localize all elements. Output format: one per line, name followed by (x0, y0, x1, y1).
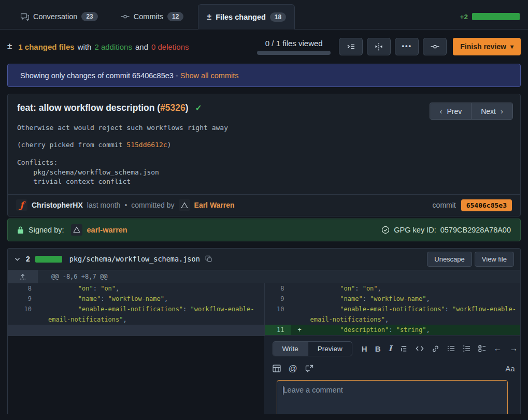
expand-hunk-button[interactable] (8, 270, 38, 283)
diff-line[interactable]: 8 "on": "on", (8, 283, 264, 294)
diff-stat: +2 (460, 4, 520, 29)
diff-line[interactable]: 9 "name": "workflow-name", (8, 294, 264, 304)
line-number: 10 (265, 304, 291, 325)
reference-icon[interactable] (305, 365, 313, 372)
commit-hash-group: commit 65406c85e3 (433, 199, 512, 211)
gpg-key-label: GPG key ID: (394, 226, 436, 234)
table-icon[interactable] (273, 365, 281, 372)
mention-icon[interactable]: @ (289, 364, 297, 374)
view-file-button[interactable]: View file (475, 252, 514, 267)
file-tree-icon (347, 42, 355, 51)
redo-icon[interactable]: → (510, 344, 518, 353)
file-diff-header: 2 pkg/schema/workflow_schema.json Unesca… (8, 249, 520, 270)
diff-line[interactable]: 10 "enable-email-notifications": "workfl… (8, 304, 264, 325)
next-chevron-icon: › (501, 107, 503, 115)
comment-input[interactable] (277, 380, 508, 414)
copy-path-icon[interactable] (205, 255, 212, 263)
write-tab[interactable]: Write (273, 342, 308, 356)
comment-input-wrapper (277, 380, 517, 414)
heading-icon[interactable]: H (362, 344, 367, 353)
tab-files-changed[interactable]: ± Files changed 18 (198, 4, 295, 30)
diff-line[interactable]: 9 "name": "workflow-name", (265, 294, 521, 304)
line-number: 9 (265, 294, 291, 304)
summary-and: and (135, 42, 148, 51)
line-number: 11 (265, 325, 291, 335)
cherry-pick-close: ) (167, 141, 172, 149)
code-icon[interactable] (416, 345, 424, 352)
signer-avatar[interactable] (71, 224, 82, 236)
undo-icon[interactable]: ← (494, 344, 502, 353)
committer-name[interactable]: Earl Warren (194, 201, 235, 209)
diff-line[interactable]: 10 "enable-email-notifications": "workfl… (265, 304, 521, 325)
hunk-header-text: @@ -8,6 +8,7 @@ (38, 270, 520, 283)
italic-icon[interactable]: I (388, 344, 392, 353)
committer-avatar[interactable] (179, 199, 190, 211)
quote-icon[interactable] (400, 345, 408, 353)
cherry-pick-line: (cherry picked from commit 515dd6612c) (17, 141, 511, 149)
changed-files-summary: ± 1 changed files with 2 additions and 0… (7, 41, 189, 52)
diff-summary-icon: ± (7, 41, 12, 52)
diff-line[interactable]: 8 "on": "on", (265, 283, 521, 294)
tab-conversation[interactable]: Conversation 23 (12, 4, 106, 29)
ordered-list-icon[interactable] (463, 345, 470, 352)
code-line: "name": "workflow-name", (291, 294, 521, 304)
commit-message-box: feat: allow workflow description (#5326)… (7, 94, 521, 216)
author-avatar[interactable]: ƒ (16, 199, 27, 211)
tab-commits[interactable]: Commits 12 (112, 4, 192, 29)
commit-select-button[interactable] (423, 38, 447, 55)
split-diff-icon (375, 42, 383, 51)
unordered-list-icon[interactable] (447, 345, 455, 352)
split-diff-toggle-button[interactable] (367, 38, 391, 55)
files-viewed-bar (257, 51, 331, 55)
diff-left-side: 8 "on": "on",9 "name": "workflow-name",1… (8, 283, 264, 336)
next-label: Next (481, 107, 496, 115)
code-line (38, 325, 264, 336)
addition-sign: + (298, 325, 302, 335)
tab-conversation-label: Conversation (33, 12, 77, 21)
files-viewed-progress: 0 / 1 files viewed (257, 39, 331, 55)
gpg-key-group: GPG key ID: 0579CB2928A78A00 (381, 226, 511, 234)
file-tree-toggle-button[interactable] (339, 38, 363, 55)
font-size-toggle[interactable]: Aa (505, 364, 515, 373)
prev-chevron-icon: ‹ (439, 107, 442, 115)
link-icon[interactable] (432, 345, 439, 353)
file-name[interactable]: pkg/schema/workflow_schema.json (69, 255, 200, 263)
bold-icon[interactable]: B (375, 344, 381, 353)
dot-separator: • (124, 201, 127, 209)
issue-ref-link[interactable]: #5326 (160, 103, 185, 113)
cherry-pick-text: (cherry picked from commit (17, 141, 126, 149)
split-diff-view: 8 "on": "on",9 "name": "workflow-name",1… (8, 283, 520, 336)
unescape-button[interactable]: Unescape (427, 252, 472, 267)
commit-body-line: Otherwise act would reject such workflow… (17, 124, 511, 132)
tab-conversation-count: 23 (81, 12, 97, 21)
commit-time: last month (87, 201, 121, 209)
cherry-pick-hash-link[interactable]: 515dd6612c (126, 141, 167, 149)
diff-line[interactable]: 11+ "description": "string", (265, 325, 521, 335)
author-name[interactable]: ChristopherHX (32, 201, 83, 209)
file-actions: Unescape View file (427, 252, 514, 267)
preview-tab[interactable]: Preview (308, 342, 352, 356)
file-diff-box: 2 pkg/schema/workflow_schema.json Unesca… (7, 248, 521, 414)
line-number: 8 (8, 283, 38, 294)
finish-review-button[interactable]: Finish review ▾ (453, 38, 521, 55)
signer-name[interactable]: earl-warren (87, 226, 127, 234)
diff-summary-row: ± 1 changed files with 2 additions and 0… (0, 30, 528, 64)
diff-line[interactable] (8, 325, 264, 336)
changed-files-count[interactable]: 1 changed files (18, 42, 74, 51)
pr-files-changed-page: Conversation 23 Commits 12 ± Files chang… (0, 0, 528, 420)
triangle-avatar-icon (73, 226, 80, 233)
diff-right-side: 8 "on": "on",9 "name": "workflow-name",1… (264, 283, 521, 336)
pr-tab-bar: Conversation 23 Commits 12 ± Files chang… (0, 0, 528, 30)
tab-commits-count: 12 (167, 12, 183, 21)
prev-button[interactable]: ‹ Prev (430, 103, 472, 119)
task-list-icon[interactable] (478, 345, 486, 352)
more-options-button[interactable]: ••• (395, 38, 419, 55)
write-preview-tabs: Write Preview (273, 341, 352, 356)
triangle-avatar-icon (181, 202, 188, 209)
show-all-commits-link[interactable]: Show all commits (180, 71, 239, 80)
tab-commits-label: Commits (134, 12, 163, 21)
next-button[interactable]: Next › (472, 103, 512, 119)
collapse-file-chevron-icon[interactable] (14, 256, 21, 263)
format-buttons: H B I (362, 344, 518, 353)
commit-hash-badge[interactable]: 65406c85e3 (461, 199, 512, 211)
